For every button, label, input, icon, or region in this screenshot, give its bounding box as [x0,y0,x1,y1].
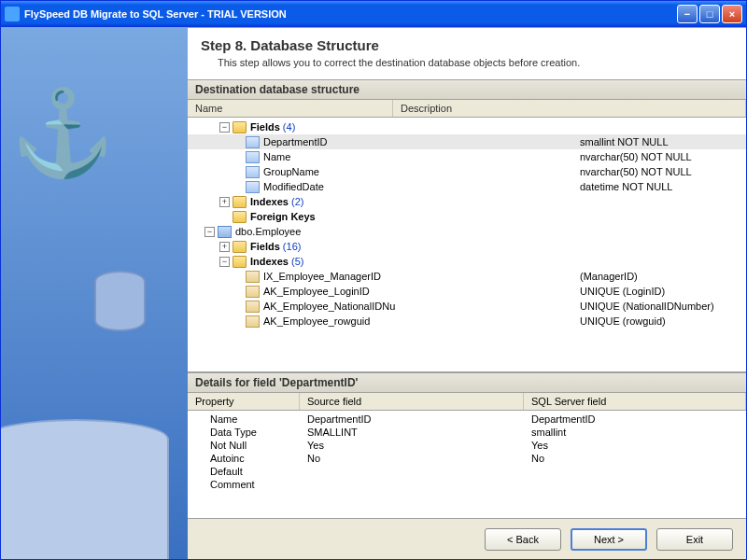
count: (4) [283,121,295,133]
details-columns: Property Source field SQL Server field [188,393,746,411]
tgt [531,466,739,477]
folder-icon [233,211,247,223]
maximize-button[interactable]: □ [699,5,720,23]
description: UNIQUE (rowguid) [580,315,666,327]
minimize-button[interactable]: − [677,5,698,23]
index-icon [246,286,260,298]
prop: Comment [195,479,307,490]
hook-graphic: ⚓ [10,84,115,182]
step-description: This step allows you to correct the dest… [201,57,733,68]
tree-node-table[interactable]: − dbo.Employee [188,224,746,239]
tgt: smallint [531,427,739,438]
src [307,479,531,490]
prop: Default [195,466,307,477]
collapse-icon[interactable]: − [219,257,230,267]
count: (2) [291,196,303,207]
src: SMALLINT [307,427,531,438]
description: smallint NOT NULL [580,136,669,147]
tgt: No [531,453,739,464]
label: AK_Employee_NationalIDNu [263,301,395,312]
database-graphic [94,271,146,331]
tree-node-field[interactable]: Name nvarchar(50) NOT NULL [188,149,746,164]
tree-view[interactable]: − Fields (4) DepartmentID smallint NOT N… [188,118,746,371]
label: Name [263,151,290,162]
tree-node-field[interactable]: DepartmentID smallint NOT NULL [188,134,746,149]
folder-icon [233,256,247,268]
close-button[interactable]: × [722,5,742,23]
description: UNIQUE (NationalIDNumber) [580,301,714,312]
expand-icon[interactable]: + [219,197,230,207]
tree-node-field[interactable]: ModifiedDate datetime NOT NULL [188,179,746,194]
folder-icon [233,196,247,208]
col-target[interactable]: SQL Server field [524,393,746,410]
label: GroupName [263,166,319,177]
sidebar-image: ⚓ [1,28,188,559]
footer: < Back Next > Exit [188,518,746,559]
tree-node-fields[interactable]: − Fields (4) [188,119,746,134]
body: ⚓ Step 8. Database Structure This step a… [1,27,746,559]
exit-button[interactable]: Exit [656,528,733,551]
label: IX_Employee_ManagerID [263,271,381,282]
tree-node-index[interactable]: AK_Employee_NationalIDNu UNIQUE (Nationa… [188,299,746,314]
column-headers: Name Description [188,100,746,118]
details-title: Details for field 'DepartmentID' [188,372,746,393]
tree-node-field[interactable]: GroupName nvarchar(50) NOT NULL [188,164,746,179]
col-source[interactable]: Source field [300,393,524,410]
field-icon [246,181,260,193]
window-title: FlySpeed DB Migrate to SQL Server - TRIA… [24,8,287,20]
panel-title: Destination database structure [188,79,746,100]
label: ModifiedDate [263,181,324,192]
detail-row[interactable]: Comment [188,478,746,491]
collapse-icon[interactable]: − [204,227,215,237]
tgt: DepartmentID [531,413,739,425]
col-name[interactable]: Name [188,100,393,117]
src: Yes [307,440,531,451]
description: datetime NOT NULL [580,181,672,192]
index-icon [246,315,260,328]
index-icon [246,271,260,283]
field-icon [246,136,260,148]
prop: Not Null [195,440,307,451]
tree-node-indexes[interactable]: − Indexes (5) [188,254,746,269]
detail-row[interactable]: Not NullYesYes [188,439,746,452]
src [307,466,531,477]
src: DepartmentID [307,413,531,425]
expand-icon[interactable]: + [219,242,230,252]
table-icon [218,226,232,238]
field-icon [246,166,260,178]
label: Fields [250,121,280,133]
count: (16) [283,241,302,252]
detail-row[interactable]: NameDepartmentIDDepartmentID [188,413,746,426]
description: nvarchar(50) NOT NULL [580,166,692,177]
tree-node-index[interactable]: AK_Employee_rowguid UNIQUE (rowguid) [188,314,746,329]
folder-icon [233,241,247,253]
index-icon [246,301,260,313]
app-window: FlySpeed DB Migrate to SQL Server - TRIA… [0,0,747,560]
next-button[interactable]: Next > [571,528,647,551]
tree-node-fields[interactable]: + Fields (16) [188,239,746,254]
collapse-icon[interactable]: − [219,122,230,133]
tree-node-indexes[interactable]: + Indexes (2) [188,194,746,209]
app-icon [5,7,20,21]
col-property[interactable]: Property [188,393,300,410]
detail-row[interactable]: Default [188,465,746,478]
label: Fields [250,241,280,252]
tgt [531,479,739,490]
tree-node-index[interactable]: AK_Employee_LoginID UNIQUE (LoginID) [188,284,746,299]
tgt: Yes [531,440,739,451]
back-button[interactable]: < Back [485,528,561,551]
detail-row[interactable]: AutoincNoNo [188,452,746,465]
step-header: Step 8. Database Structure This step all… [188,28,746,79]
structure-panel: Destination database structure Name Desc… [188,79,746,371]
src: No [307,453,531,464]
label: DepartmentID [263,136,327,147]
tree-node-index[interactable]: IX_Employee_ManagerID (ManagerID) [188,269,746,284]
tree-node-foreignkeys[interactable]: Foreign Keys [188,209,746,224]
description: (ManagerID) [580,271,638,282]
titlebar[interactable]: FlySpeed DB Migrate to SQL Server - TRIA… [1,1,746,27]
label: Indexes [250,196,289,207]
details-panel: Details for field 'DepartmentID' Propert… [188,371,746,518]
folder-icon [233,121,247,133]
col-description[interactable]: Description [393,100,746,117]
detail-row[interactable]: Data TypeSMALLINTsmallint [188,426,746,439]
